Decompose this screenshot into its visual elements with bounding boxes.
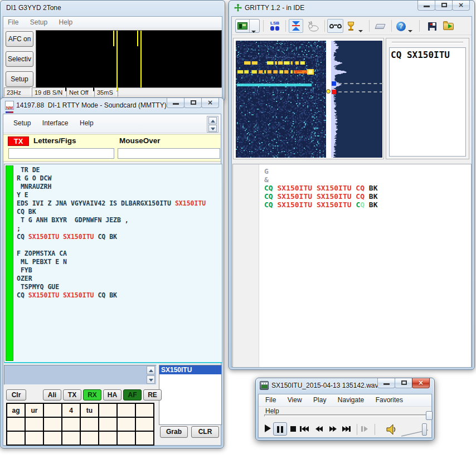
macro-cell[interactable] [43,417,62,431]
open-file-button[interactable] [441,19,455,33]
ali-button[interactable]: Ali [43,389,61,401]
macro-cell[interactable] [62,417,80,431]
entry-scroll-up[interactable] [147,366,155,374]
gritty-decode-panel[interactable]: 16:58G&CQ SX150ITU SX150ITU CQ BK16:59CQ… [232,164,472,368]
gritty-decode-line[interactable]: CQ SX150ITU SX150ITU CQ BK [259,201,470,209]
ha-button[interactable]: HA [103,389,122,401]
selectiv-button[interactable]: Selectiv [6,51,33,67]
player-titlebar[interactable]: SX150ITU_2015-04-13 135142.wav × [256,378,434,393]
play-button[interactable] [265,424,271,432]
gritty-decode-line[interactable]: 16:59CQ SX150ITU SX150ITU CQ BK [259,192,470,201]
gritty-decode-line[interactable]: 16:58G [259,167,470,175]
menu-setup[interactable]: Setup [9,118,35,129]
macro-cell[interactable]: ur [25,403,43,417]
callsign-listbox[interactable]: SX150ITU [159,365,222,425]
spectrum-display[interactable] [331,41,382,158]
macro-cell[interactable] [135,417,154,431]
awards-button[interactable] [345,19,357,33]
lsb-mode-button[interactable]: LSB [266,19,283,33]
maximize-button[interactable] [395,378,412,388]
seek-thumb[interactable] [426,411,433,420]
spin-down-button[interactable] [208,125,217,132]
skip-forward-button[interactable] [342,426,351,432]
tx-indicator-button[interactable]: TX [8,136,29,146]
save-button[interactable] [426,19,438,33]
gritty-decode-line[interactable]: CQ SX150ITU SX150ITU CQ BK [259,184,470,192]
gritty-titlebar[interactable]: GRITTY 1.2 - in IDE × [229,1,474,16]
macro-cell[interactable] [117,417,135,431]
macro-cell[interactable] [43,431,62,445]
help-button[interactable]: ? [395,19,407,33]
menu-view[interactable]: View [283,394,307,406]
re-button[interactable]: RE [143,389,162,401]
macro-cell[interactable]: ag [7,403,25,417]
stop-button[interactable] [290,426,296,432]
menu-help[interactable]: Help [55,17,77,28]
minimize-button[interactable] [167,98,184,108]
soundcard-select-button[interactable] [235,19,260,33]
macro-cell[interactable]: tu [80,403,99,417]
menu-file[interactable]: File [3,17,23,28]
turbo-button[interactable] [305,19,322,33]
setup-button[interactable]: Setup [6,71,33,87]
skip-back-button[interactable] [300,426,308,432]
mmtty-titlebar[interactable]: NM 14197.88 DI-1 RTTY Mode - Soundcard (… [1,98,224,113]
macro-cell[interactable] [135,403,154,417]
macro-cell[interactable] [80,417,99,431]
macro-cell[interactable] [25,417,43,431]
macro-cell[interactable] [117,431,135,445]
spin-up-button[interactable] [208,117,217,124]
clear-button[interactable] [373,19,388,33]
macro-cell[interactable] [43,403,62,417]
macro-cell[interactable] [99,431,117,445]
entry-scroll-down[interactable] [147,375,155,384]
seek-bar[interactable] [264,414,427,417]
macro-cell[interactable] [7,417,25,431]
menu-play[interactable]: Play [309,394,331,406]
rx-button[interactable]: RX [83,389,101,401]
letters-figs-field[interactable] [8,148,114,159]
tx-entry-area[interactable] [4,365,157,385]
waterfall-display[interactable] [236,41,326,158]
macro-cell[interactable] [80,431,99,445]
awards-dropdown[interactable] [358,19,366,33]
rewind-button[interactable] [315,426,322,432]
monitor-button[interactable] [327,19,343,33]
fast-forward-button[interactable] [329,426,336,432]
macro-cell[interactable] [135,431,154,445]
macro-cell[interactable] [99,403,117,417]
menu-navigate[interactable]: Navigate [333,394,368,406]
macro-cell[interactable]: 4 [62,403,80,417]
macro-cell[interactable] [7,431,25,445]
af-button[interactable]: AF [123,389,142,401]
menu-favorites[interactable]: Favorites [371,394,407,406]
grab-button[interactable]: Grab [160,426,188,438]
pause-button[interactable] [273,422,287,436]
help-dropdown[interactable] [408,19,416,33]
menu-file[interactable]: File [261,394,280,406]
close-button[interactable]: × [201,98,219,108]
minimize-button[interactable] [377,378,395,388]
rx-decode-area[interactable]: TR DER G O DCW MNRAUZRHY EEDS IVI Z JNA … [4,164,222,363]
volume-speaker-icon[interactable] [386,423,397,436]
step-button[interactable] [361,426,367,432]
macro-cell[interactable] [62,431,80,445]
macro-cell[interactable] [117,403,135,417]
macro-cell[interactable] [99,417,117,431]
close-button[interactable]: × [412,378,430,388]
gritty-decode-line[interactable]: & [259,175,470,184]
minimize-button[interactable] [417,1,435,11]
clr-list-button[interactable]: CLR [191,426,219,438]
callsign-box[interactable]: CQ SX150ITU [389,47,466,157]
callsign-list-item-selected[interactable]: SX150ITU [159,365,221,374]
twotone-titlebar[interactable]: DI1 G3YYD 2Tone [1,1,225,16]
macro-cell[interactable] [25,431,43,445]
menu-interface[interactable]: Interface [38,118,73,129]
panel-splitter[interactable] [392,42,463,43]
menu-help[interactable]: Help [75,118,98,129]
afc-on-button[interactable]: AFC on [6,31,33,47]
menu-setup[interactable]: Setup [26,17,52,28]
tx-button[interactable]: TX [63,389,81,401]
clr-button[interactable]: Clr [6,389,26,401]
tuning-strip[interactable] [326,41,331,158]
